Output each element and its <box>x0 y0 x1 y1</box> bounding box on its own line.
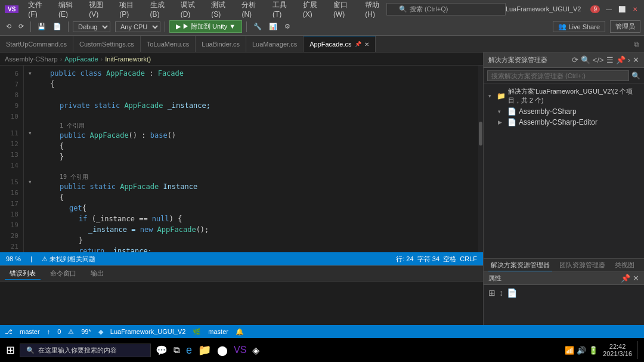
solution-search-input[interactable] <box>487 70 629 81</box>
panel-icon-refresh[interactable]: ⟳ <box>572 55 578 64</box>
tab-luabinder[interactable]: LuaBinder.cs <box>196 36 246 52</box>
restore-button[interactable]: ⬜ <box>618 5 626 13</box>
toolbar-misc-2[interactable]: 📊 <box>267 21 280 32</box>
footer-master: master <box>208 328 228 335</box>
minimize-button[interactable]: — <box>605 5 613 13</box>
toolbar-undo[interactable]: ⟲ <box>4 21 14 32</box>
toolbar-sep2 <box>68 21 69 32</box>
menu-file[interactable]: 文件(F) <box>23 0 49 20</box>
fold-6-icon[interactable]: ▾ <box>29 70 32 76</box>
kw-public: public <box>50 69 80 78</box>
panel-icon-code[interactable]: </> <box>593 55 604 64</box>
bottom-tab-errors[interactable]: 错误列表 <box>5 268 41 280</box>
code-line-8 <box>41 89 478 100</box>
prop-grid-icon[interactable]: ⊞ <box>488 288 496 298</box>
taskbar-icon-cortana[interactable]: 💬 <box>156 345 168 356</box>
menu-edit[interactable]: 编辑(E) <box>54 0 79 20</box>
menu-build[interactable]: 生成(B) <box>145 0 171 20</box>
gutter-12 <box>24 138 36 149</box>
fold-11-icon[interactable]: ▾ <box>29 130 32 136</box>
platform-dropdown[interactable]: Any CPU <box>115 21 160 32</box>
project-assembly-editor[interactable]: ▶ 📄 Assembly-CSharp-Editor <box>484 117 644 128</box>
footer-notification-icon: 🔔 <box>236 328 244 336</box>
windows-icon[interactable]: ⊞ <box>6 344 15 357</box>
search-box[interactable]: 🔍 搜索 (Ctrl+Q) <box>386 3 506 16</box>
close-button[interactable]: ✕ <box>631 5 639 13</box>
vertical-scrollbar[interactable] <box>478 66 483 252</box>
debug-config-dropdown[interactable]: Debug <box>73 21 110 32</box>
user-button[interactable]: 管理员 <box>610 20 640 33</box>
toolbar-misc-1[interactable]: 🔧 <box>251 21 264 32</box>
taskbar-unity-icon[interactable]: ◈ <box>252 345 259 356</box>
menu-tools[interactable]: 工具(T) <box>268 0 293 20</box>
menu-extensions[interactable]: 扩展(X) <box>298 0 324 20</box>
solution-root[interactable]: ▾ 📁 解决方案'LuaFramework_UGUI_V2'(2 个项目，共 2… <box>484 86 644 106</box>
menu-project[interactable]: 项目(P) <box>114 0 140 20</box>
taskbar-explorer-icon[interactable]: 📁 <box>198 344 211 357</box>
panel-close-icon[interactable]: ✕ <box>633 55 639 64</box>
linenum-9: 9 <box>0 100 23 111</box>
menu-view[interactable]: 视图(V) <box>84 0 110 20</box>
taskbar-vs-icon[interactable]: VS <box>234 345 246 355</box>
prop-page-icon[interactable]: 📄 <box>507 288 517 298</box>
breadcrumb-method[interactable]: InitFramework() <box>105 55 151 63</box>
ref-count-1: 1 个引用 <box>60 122 85 130</box>
panel-icon-menu[interactable]: ☰ <box>606 55 614 64</box>
toolbar-redo[interactable]: ⟳ <box>16 21 26 32</box>
toolbar-misc-3[interactable]: ⚙ <box>282 21 293 32</box>
breadcrumb-class[interactable]: AppFacade <box>64 55 98 63</box>
run-icon: ▶ <box>176 23 181 30</box>
no-issues-icon: ⚠ <box>42 255 48 262</box>
breadcrumb-assembly[interactable]: Assembly-CSharp <box>5 55 58 63</box>
bottom-panel: 错误列表 命令窗口 输出 <box>0 265 483 325</box>
toolbar-saveall[interactable]: 📄 <box>51 21 64 32</box>
menu-debug[interactable]: 调试(D) <box>176 0 202 20</box>
menu-window[interactable]: 窗口(W) <box>329 0 355 20</box>
rp-tab-solution[interactable]: 解决方案资源管理器 <box>488 259 552 271</box>
taskbar-chrome-icon[interactable]: ⬤ <box>217 345 228 356</box>
vs-logo: VS <box>5 5 18 13</box>
tab-customsettings[interactable]: CustomSettings.cs <box>73 36 141 52</box>
right-panel-tabs: 解决方案资源管理器 团队资源管理器 类视图 <box>484 258 644 271</box>
split-editor-button[interactable]: ⧉ <box>629 36 644 52</box>
fold-15-icon[interactable]: ▾ <box>29 179 32 185</box>
show-desktop-button[interactable] <box>637 341 639 359</box>
live-share-button[interactable]: 👥 Live Share <box>553 21 605 32</box>
rp-tab-class[interactable]: 类视图 <box>612 259 637 271</box>
menu-analyze[interactable]: 分析(N) <box>237 0 263 20</box>
taskbar-search-bar[interactable]: 🔍 在这里输入你要搜索的内容 <box>20 344 151 357</box>
code-content[interactable]: public class AppFacade : Facade { privat… <box>36 66 478 252</box>
project-assembly[interactable]: ▾ 📄 Assembly-CSharp <box>484 106 644 117</box>
tab-close-appfacade[interactable]: ✕ <box>364 41 369 48</box>
gutter-19 <box>24 219 36 230</box>
tab-startup[interactable]: StartUpCommand.cs <box>0 36 73 52</box>
bottom-tab-commands[interactable]: 命令窗口 <box>45 268 81 279</box>
type-appfacade: AppFacade <box>106 69 145 78</box>
prop-close-icon[interactable]: ✕ <box>633 274 639 283</box>
scrollbar-thumb <box>479 122 482 146</box>
notification-badge[interactable]: 9 <box>590 5 600 13</box>
tab-luamanager[interactable]: LuaManager.cs <box>246 36 304 52</box>
linenum-17: 17 <box>0 198 23 209</box>
tab-appfacade[interactable]: AppFacade.cs 📌 ✕ <box>304 36 375 52</box>
toolbar-save[interactable]: 💾 <box>35 21 48 32</box>
menu-test[interactable]: 测试(S) <box>206 0 232 20</box>
panel-icon-search[interactable]: 🔍 <box>581 55 590 64</box>
taskbar-edge-icon[interactable]: e <box>186 344 192 357</box>
solution-arrow: ▾ <box>488 93 494 99</box>
tab-toluamenu[interactable]: ToLuaMenu.cs <box>141 36 196 52</box>
prop-sort-icon[interactable]: ↕ <box>499 288 503 298</box>
tab-label-luamanager: LuaManager.cs <box>252 41 297 48</box>
task-view-icon[interactable]: ⧉ <box>174 345 180 355</box>
menu-help[interactable]: 帮助(H) <box>360 0 386 20</box>
solution-icon: 📁 <box>497 92 506 100</box>
panel-pin-icon[interactable]: 📌 <box>616 55 626 64</box>
footer-branch[interactable]: master <box>20 328 40 335</box>
tray-battery-icon: 🔋 <box>589 346 598 355</box>
bottom-tab-output[interactable]: 输出 <box>86 268 109 279</box>
run-button[interactable]: ▶ ▶ 附加到 Unity ▼ <box>169 20 242 33</box>
prop-pin-icon[interactable]: 📌 <box>621 274 630 283</box>
panel-chevron-icon[interactable]: › <box>628 55 630 64</box>
gutter-15: ▾ <box>24 177 36 187</box>
rp-tab-team[interactable]: 团队资源管理器 <box>557 259 608 271</box>
